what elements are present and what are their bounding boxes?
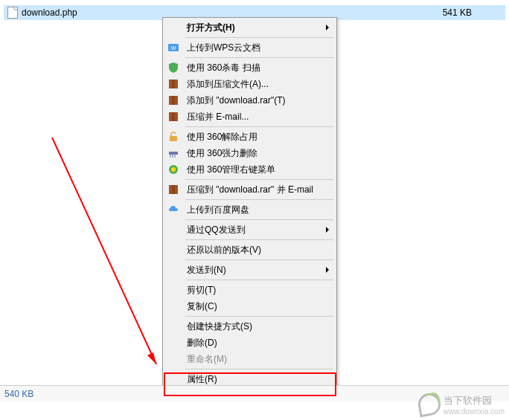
menu-cut[interactable]: 剪切(T) (164, 282, 335, 298)
svg-rect-4 (172, 80, 175, 88)
menu-qq-send[interactable]: 通过QQ发送到 (164, 222, 335, 238)
menu-label: 复制(C) (187, 300, 217, 313)
menu-compress-email[interactable]: 压缩并 E-mail... (164, 109, 335, 125)
watermark-name: 当下软件园 (444, 394, 505, 407)
separator (185, 259, 333, 260)
menu-label: 通过QQ发送到 (187, 224, 246, 236)
360-icon (167, 164, 179, 175)
menu-label: 使用 360管理右键菜单 (187, 164, 275, 176)
menu-label: 发送到(N) (187, 264, 226, 277)
menu-scan-360[interactable]: 使用 360杀毒 扫描 (164, 59, 335, 76)
menu-restore[interactable]: 还原以前的版本(V) (164, 242, 335, 258)
menu-add-archive[interactable]: 添加到压缩文件(A)... (164, 76, 335, 92)
svg-rect-17 (172, 185, 175, 194)
menu-send-to[interactable]: 发送到(N) (164, 262, 335, 278)
svg-rect-10 (169, 152, 178, 155)
shredder-icon (167, 147, 179, 159)
separator (185, 369, 333, 369)
menu-label: 添加到 "download.rar"(T) (187, 94, 286, 107)
menu-label: 使用 360强力删除 (187, 147, 257, 160)
menu-manage-360[interactable]: 使用 360管理右键菜单 (164, 161, 335, 178)
menu-label: 压缩到 "download.rar" 并 E-mail (187, 184, 313, 196)
menu-label: 上传到百度网盘 (187, 204, 249, 216)
separator (185, 57, 333, 58)
chevron-right-icon (326, 227, 329, 233)
separator (185, 37, 333, 38)
chevron-right-icon (326, 267, 329, 273)
menu-open-with[interactable]: 打开方式(H) (164, 19, 335, 36)
svg-text:W: W (171, 45, 176, 51)
separator (185, 316, 333, 317)
file-icon (7, 7, 19, 19)
svg-rect-6 (172, 96, 175, 105)
menu-shortcut[interactable]: 创建快捷方式(S) (164, 318, 335, 335)
menu-label: 属性(R) (187, 373, 217, 386)
separator (185, 126, 333, 127)
menu-label: 使用 360解除占用 (187, 131, 257, 143)
archive-icon (167, 78, 179, 90)
menu-compress-rar-email[interactable]: 压缩到 "download.rar" 并 E-mail (164, 181, 335, 198)
separator (185, 199, 333, 200)
svg-rect-0 (8, 7, 18, 19)
menu-label: 使用 360杀毒 扫描 (187, 62, 260, 74)
menu-wps-upload[interactable]: W 上传到WPS云文档 (164, 39, 335, 56)
wps-icon: W (167, 42, 179, 54)
svg-line-18 (52, 138, 156, 364)
watermark-logo-icon (416, 392, 442, 418)
unlock-icon (167, 131, 179, 143)
separator (185, 280, 333, 280)
archive-icon (167, 111, 179, 123)
context-menu: 打开方式(H) W 上传到WPS云文档 使用 360杀毒 扫描 添加到压缩文件(… (162, 17, 337, 390)
menu-label: 压缩并 E-mail... (187, 111, 249, 123)
watermark-url: www.downxia.com (444, 407, 505, 416)
svg-rect-9 (170, 136, 177, 141)
menu-label: 剪切(T) (187, 284, 216, 297)
menu-baidu-upload[interactable]: 上传到百度网盘 (164, 201, 335, 218)
svg-rect-8 (172, 112, 175, 121)
shield-icon (167, 62, 179, 74)
archive-icon (167, 94, 179, 106)
menu-label: 创建快捷方式(S) (187, 320, 252, 333)
menu-label: 上传到WPS云文档 (187, 42, 260, 54)
archive-icon (167, 184, 179, 196)
file-size: 541 KB (443, 7, 472, 18)
svg-point-15 (171, 167, 176, 172)
chevron-right-icon (326, 25, 329, 30)
menu-copy[interactable]: 复制(C) (164, 298, 335, 314)
separator (185, 219, 333, 220)
file-name: download.php (22, 7, 77, 18)
menu-delete[interactable]: 删除(D) (164, 335, 335, 351)
menu-force-delete-360[interactable]: 使用 360强力删除 (164, 145, 335, 161)
watermark: 当下软件园 www.downxia.com (418, 393, 505, 416)
separator (185, 239, 333, 240)
separator (185, 179, 333, 180)
menu-add-rar[interactable]: 添加到 "download.rar"(T) (164, 92, 335, 109)
menu-release-360[interactable]: 使用 360解除占用 (164, 129, 335, 145)
menu-label: 添加到压缩文件(A)... (187, 78, 269, 91)
menu-label: 还原以前的版本(V) (187, 244, 261, 256)
svg-marker-19 (147, 352, 156, 364)
cloud-icon (167, 204, 179, 216)
menu-label: 重命名(M) (187, 353, 227, 366)
menu-label: 打开方式(H) (187, 22, 235, 34)
status-size: 540 KB (4, 389, 33, 399)
menu-rename[interactable]: 重命名(M) (164, 351, 335, 367)
menu-label: 删除(D) (187, 337, 217, 349)
